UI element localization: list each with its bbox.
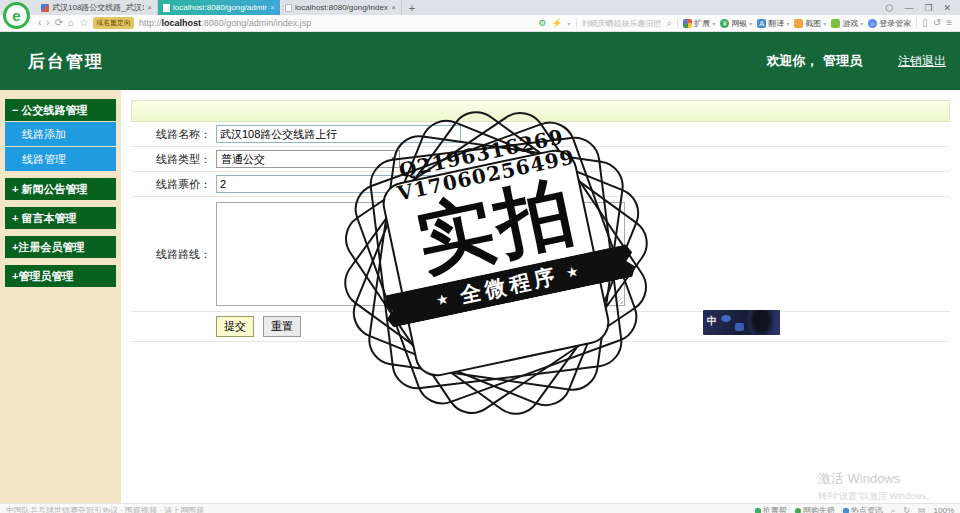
toolbar-label: 翻译	[768, 18, 784, 29]
browser-logo[interactable]: e	[3, 2, 30, 29]
games-button[interactable]: 游戏 ▾	[831, 18, 863, 29]
sidebar: − 公交线路管理 线路添加 线路管理 + 新闻公告管理 + 留言本管理 +注册会…	[0, 90, 121, 503]
welcome-text: 欢迎你， 管理员	[766, 52, 862, 70]
toolbar-label: 游戏	[842, 18, 858, 29]
ad-art-shape	[735, 323, 744, 331]
close-button[interactable]: ✕	[943, 3, 951, 13]
textarea-wrap	[216, 202, 625, 306]
header-right: 欢迎你， 管理员 注销退出	[766, 52, 946, 70]
ad-text: 中	[707, 314, 717, 328]
sidebar-group-news[interactable]: + 新闻公告管理	[5, 178, 116, 200]
tab-bar: 武汉108路公交线路_武汉108路... × localhost:8080/go…	[0, 0, 960, 15]
hot-news-button[interactable]: 热点资讯	[843, 505, 883, 513]
route-line-textarea[interactable]	[216, 202, 625, 306]
sidebar-group-admins[interactable]: +管理员管理	[5, 265, 116, 287]
phone-icon[interactable]: ▯	[922, 18, 928, 28]
route-price-input[interactable]	[216, 175, 461, 193]
url-prefix: http://	[139, 18, 162, 28]
domain-redirect-badge[interactable]: 域名重定向	[93, 17, 134, 29]
news-ticker[interactable]: 中国队乒乓球世锦赛夺冠引热议 · 围观视频 · 请上网围观	[6, 505, 204, 513]
toolbar-right: ⚙ ⚡ ▾ 刘晓庆晒姐妹乐趣旧照 ⌕ 扩展 ▾ ¥ 网银 ▾ A 翻译 ▾ 截图…	[538, 18, 952, 29]
route-type-value: 普通公交	[221, 152, 265, 167]
login-manager-button[interactable]: ⌕ 登录管家	[868, 18, 911, 29]
page-icon	[163, 4, 170, 12]
spacer	[5, 229, 116, 236]
home-icon[interactable]: ⌂	[68, 18, 74, 28]
tab-index[interactable]: localhost:8080/gong/index.a... ×	[280, 0, 402, 15]
tab-wuhan-108[interactable]: 武汉108路公交线路_武汉108路... ×	[36, 0, 158, 15]
status-item-label: 热点资讯	[851, 505, 883, 513]
reader-icon[interactable]: ▤	[918, 506, 926, 513]
menu-icon[interactable]: ≡	[946, 18, 952, 28]
logout-link[interactable]: 注销退出	[898, 53, 946, 70]
status-item-label: 抢票帮	[763, 505, 787, 513]
refresh-icon[interactable]: ↻	[903, 506, 910, 513]
divider	[576, 18, 577, 28]
select-arrow-icon: ▾	[391, 155, 395, 163]
content-area: 线路名称： 线路类型： 普通公交 ▾ 线路票价： 线路路线：	[121, 90, 960, 503]
tab-close-icon[interactable]: ×	[147, 3, 152, 12]
toolbar-label: 扩展	[694, 18, 710, 29]
gear-icon[interactable]: ⚙	[538, 19, 546, 28]
sidebar-item-route-add[interactable]: 线路添加	[5, 122, 116, 146]
spacer	[5, 171, 116, 178]
restore-button[interactable]: ❐	[924, 3, 932, 13]
route-name-input[interactable]	[216, 125, 461, 143]
sidebar-group-members[interactable]: +注册会员管理	[5, 236, 116, 258]
chevron-down-icon: ▾	[823, 20, 826, 27]
refresh-icon[interactable]: ⟳	[55, 18, 63, 28]
search-input[interactable]: 刘晓庆晒姐妹乐趣旧照	[582, 18, 662, 29]
screenshot-button[interactable]: 截图 ▾	[794, 18, 826, 29]
tab-title: localhost:8080/gong/index.a...	[295, 3, 388, 12]
reset-button[interactable]: 重置	[263, 316, 301, 337]
back-icon[interactable]: ‹	[38, 18, 41, 28]
bank-button[interactable]: ¥ 网银 ▾	[720, 18, 752, 29]
route-name-label: 线路名称：	[131, 127, 216, 142]
new-tab-button[interactable]: +	[402, 0, 422, 15]
status-right: 抢票帮 网购先赔 热点资讯 ⌕ ↻ ▤ 100%	[755, 505, 954, 513]
lightning-icon[interactable]: ⚡	[551, 19, 562, 28]
tab-close-icon[interactable]: ×	[391, 3, 396, 12]
tab-favicon	[41, 4, 49, 12]
divider	[677, 18, 678, 28]
zoom-level[interactable]: 100%	[934, 506, 954, 513]
ad-art-shape	[721, 315, 731, 322]
favorite-icon[interactable]: ☆	[79, 18, 88, 28]
route-price-label: 线路票价：	[131, 177, 216, 192]
page-icon	[285, 4, 292, 12]
chevron-down-icon: ▾	[712, 20, 715, 27]
extensions-button[interactable]: 扩展 ▾	[683, 18, 715, 29]
news-icon	[843, 508, 849, 513]
undo-icon[interactable]: ↺	[933, 18, 941, 28]
form-row-name: 线路名称：	[131, 122, 950, 147]
tab-title: localhost:8080/gong/admin/i...	[173, 3, 267, 12]
ticket-helper-button[interactable]: 抢票帮	[755, 505, 787, 513]
sidebar-item-route-manage[interactable]: 线路管理	[5, 147, 116, 171]
form-row-route: 线路路线：	[131, 197, 950, 312]
toolbar-label: 网银	[731, 18, 747, 29]
route-type-select[interactable]: 普通公交 ▾	[216, 150, 400, 168]
form-row-price: 线路票价：	[131, 172, 950, 197]
tab-admin-active[interactable]: localhost:8080/gong/admin/i... ×	[158, 0, 280, 15]
divider	[916, 18, 917, 28]
search-icon[interactable]: ⌕	[891, 506, 895, 513]
boss-key-icon[interactable]: ⬡	[886, 3, 894, 13]
search-icon[interactable]: ⌕	[667, 18, 673, 28]
sidebar-group-guestbook[interactable]: + 留言本管理	[5, 207, 116, 229]
chevron-down-icon: ▾	[860, 20, 863, 27]
url-field[interactable]: http://localhost:8080/gong/admin/index.j…	[139, 18, 311, 28]
translate-button[interactable]: A 翻译 ▾	[757, 18, 789, 29]
game-ad-image[interactable]: 中	[703, 310, 780, 335]
tab-close-icon[interactable]: ×	[270, 3, 275, 12]
forward-icon[interactable]: ›	[46, 18, 49, 28]
minimize-button[interactable]: —	[904, 3, 913, 13]
login-manager-icon: ⌕	[868, 19, 877, 28]
shopping-guard-button[interactable]: 网购先赔	[795, 505, 835, 513]
url-host: localhost	[162, 18, 202, 28]
extensions-icon	[683, 19, 692, 28]
form-title-bar	[131, 100, 950, 122]
submit-button[interactable]: 提交	[216, 316, 254, 337]
resize-grip[interactable]	[615, 296, 623, 304]
chevron-down-icon[interactable]: ▾	[568, 20, 571, 27]
sidebar-group-bus-route[interactable]: − 公交线路管理	[5, 99, 116, 121]
